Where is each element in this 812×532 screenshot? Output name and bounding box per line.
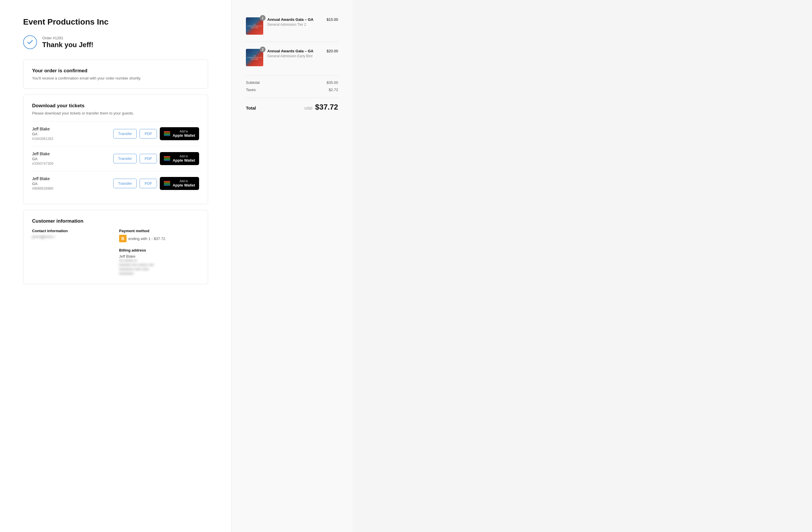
ticket-row: Jeff Blake GA #3393747309 Transfer PDF (32, 146, 199, 171)
item-qty-badge: 2 (260, 46, 265, 52)
apple-wallet-label: Apple Wallet (173, 183, 195, 188)
contact-email-blurred: j••••••@••••••.• (32, 235, 55, 239)
subtotal-value: $35.00 (327, 80, 338, 85)
pdf-button[interactable]: PDF (140, 129, 157, 139)
ticket-name: Jeff Blake (32, 152, 53, 156)
taxes-value: $2.72 (329, 88, 338, 92)
item-details: Annual Awards Gala – GA General Admissio… (267, 17, 322, 27)
order-item: U.S. CONFERENCE OF MAYORS 2 Annual Award… (246, 49, 338, 73)
confirmation-message: You'll receive a confirmation email with… (32, 76, 199, 80)
item-price: $15.00 (327, 17, 338, 22)
ticket-info: Jeff Blake GA #3393747309 (32, 152, 53, 166)
billing-line1: ••• ••••••• •• (119, 258, 199, 263)
download-tickets-card: Download your tickets Please download yo… (23, 95, 208, 204)
billing-line2: ••••••••• •••• ••••••• •••• (119, 263, 199, 267)
ticket-name: Jeff Blake (32, 127, 53, 131)
payment-badge: B (119, 235, 127, 242)
billing-line3: ••••••••••• ••••• ••••• (119, 267, 199, 271)
ticket-id: #1943461263 (32, 137, 53, 141)
check-circle-icon (23, 35, 37, 49)
transfer-button[interactable]: Transfer (113, 129, 137, 139)
ticket-info: Jeff Blake GA #1943461263 (32, 127, 53, 141)
confirmation-card: Your order is confirmed You'll receive a… (23, 59, 208, 89)
payment-row: B ending with 1 - $37.72 (119, 235, 199, 242)
download-tickets-title: Download your tickets (32, 103, 199, 109)
customer-info-title: Customer information (32, 218, 199, 224)
download-tickets-subtitle: Please download your tickets or transfer… (32, 111, 199, 115)
transfer-button[interactable]: Transfer (113, 179, 137, 188)
order-text: Order #1291 Thank you Jeff! (42, 36, 93, 49)
item-details: Annual Awards Gala – GA General Admissio… (267, 49, 322, 58)
order-number: Order #1291 (42, 36, 93, 40)
wallet-text: Add to Apple Wallet (173, 154, 195, 163)
subtotal-row: Subtotal $35.00 (246, 80, 338, 85)
item-name: Annual Awards Gala – GA (267, 17, 322, 22)
taxes-row: Taxes $2.72 (246, 88, 338, 92)
billing-name: Jeff Blake (119, 254, 199, 258)
apple-wallet-label: Apple Wallet (173, 158, 195, 163)
add-to-apple-wallet-button[interactable]: Add to Apple Wallet (160, 127, 199, 141)
item-name: Annual Awards Gala – GA (267, 49, 322, 53)
ticket-id: #3393747309 (32, 162, 53, 166)
thank-you-heading: Thank you Jeff! (42, 41, 93, 49)
payment-method-label: Payment method (119, 229, 199, 233)
subtotal-label: Subtotal (246, 80, 260, 85)
pdf-button[interactable]: PDF (140, 179, 157, 188)
wallet-icon (164, 131, 170, 136)
confirmation-title: Your order is confirmed (32, 68, 199, 74)
wallet-icon (164, 181, 170, 186)
add-to-label: Add to (173, 179, 195, 183)
payment-section: Payment method B ending with 1 - $37.72 … (119, 229, 199, 276)
item-description: General Admission Early Bird (267, 54, 322, 58)
order-header: Order #1291 Thank you Jeff! (23, 35, 208, 49)
contact-info-section: Contact information j••••••@••••••.• (32, 229, 112, 276)
contact-info-label: Contact information (32, 229, 112, 233)
total-row: Total USD $37.72 (246, 98, 338, 112)
add-to-apple-wallet-button[interactable]: Add to Apple Wallet (160, 177, 199, 190)
left-panel: Event Productions Inc Order #1291 Thank … (0, 0, 231, 532)
ticket-id: #9088528980 (32, 186, 53, 191)
wallet-text: Add to Apple Wallet (173, 129, 195, 138)
total-amount: $37.72 (315, 103, 338, 111)
ticket-actions: Transfer PDF Add to Apple Wallet (113, 127, 199, 141)
item-image-wrap: U.S. CONFERENCE OF MAYORS 1 (246, 17, 263, 35)
customer-grid: Contact information j••••••@••••••.• Pay… (32, 229, 199, 276)
pdf-button[interactable]: PDF (140, 154, 157, 163)
taxes-label: Taxes (246, 88, 256, 92)
add-to-label: Add to (173, 154, 195, 158)
right-panel: U.S. CONFERENCE OF MAYORS 1 Annual Award… (231, 0, 352, 532)
summary-divider (246, 75, 338, 76)
ticket-actions: Transfer PDF Add to Apple Wallet (113, 177, 199, 190)
transfer-button[interactable]: Transfer (113, 154, 137, 163)
contact-info-value: j••••••@••••••.• (32, 235, 112, 239)
order-item: U.S. CONFERENCE OF MAYORS 1 Annual Award… (246, 17, 338, 42)
wallet-text: Add to Apple Wallet (173, 179, 195, 188)
customer-info-card: Customer information Contact information… (23, 210, 208, 284)
add-to-label: Add to (173, 129, 195, 133)
item-image-wrap: U.S. CONFERENCE OF MAYORS 2 (246, 49, 263, 66)
total-amount-wrap: USD $37.72 (304, 103, 338, 112)
apple-wallet-label: Apple Wallet (173, 133, 195, 138)
ticket-row: Jeff Blake GA #9088528980 Transfer PDF (32, 171, 199, 196)
ticket-info: Jeff Blake GA #9088528980 (32, 177, 53, 191)
wallet-icon (164, 156, 170, 161)
ticket-name: Jeff Blake (32, 177, 53, 181)
total-currency: USD (304, 106, 312, 110)
item-description: General Admission Tier 2 (267, 23, 322, 27)
payment-value: ending with 1 - $37.72 (128, 237, 165, 241)
add-to-apple-wallet-button[interactable]: Add to Apple Wallet (160, 152, 199, 165)
total-label: Total (246, 106, 256, 110)
item-price: $20.00 (327, 49, 338, 53)
ticket-type: GA (32, 182, 53, 186)
ticket-type: GA (32, 132, 53, 136)
ticket-list: Jeff Blake GA #1943461263 Transfer PDF (32, 121, 199, 196)
billing-line4: ••••••••••• (119, 271, 199, 276)
billing-address-label: Billing address (119, 248, 199, 252)
billing-section: Billing address Jeff Blake ••• ••••••• •… (119, 248, 199, 276)
ticket-actions: Transfer PDF Add to Apple Wallet (113, 152, 199, 165)
item-qty-badge: 1 (260, 15, 265, 21)
company-title: Event Productions Inc (23, 17, 208, 27)
ticket-row: Jeff Blake GA #1943461263 Transfer PDF (32, 121, 199, 146)
ticket-type: GA (32, 157, 53, 161)
